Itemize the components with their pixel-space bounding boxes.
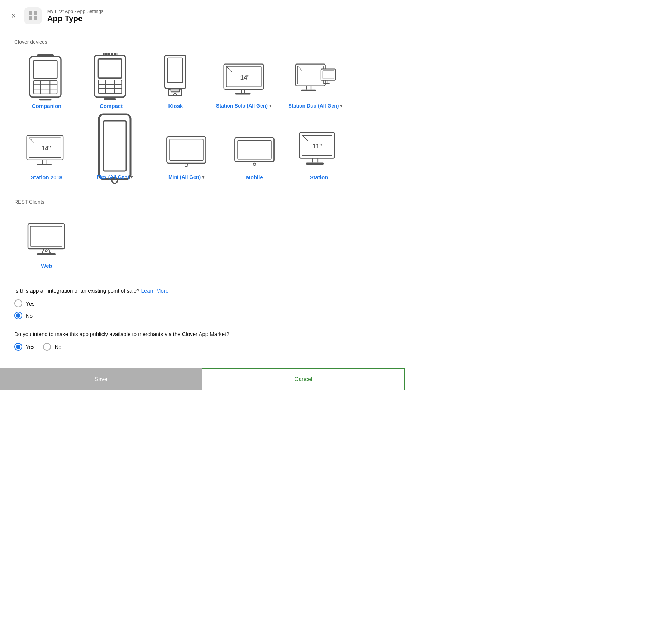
question1-text: Is this app an integration of an existin… xyxy=(14,288,391,294)
question1-yes-label: Yes xyxy=(26,300,34,307)
svg-line-80 xyxy=(49,249,50,253)
svg-point-82 xyxy=(45,250,47,252)
main-content: Clover devices xyxy=(0,30,405,368)
question1-no-option[interactable]: No xyxy=(14,312,391,319)
station-solo-label[interactable]: Station Solo (All Gen) ▾ xyxy=(216,103,271,109)
rest-clients-section: REST Clients We xyxy=(14,199,391,276)
svg-rect-60 xyxy=(37,164,52,165)
svg-rect-45 xyxy=(297,66,323,84)
station-duo-icon xyxy=(294,59,337,99)
device-station-solo[interactable]: 14" Station Solo (All Gen) ▾ xyxy=(208,53,280,116)
svg-rect-77 xyxy=(28,224,65,249)
svg-rect-68 xyxy=(238,141,271,159)
question1-radio-group: Yes No xyxy=(14,299,391,319)
device-station-duo[interactable]: Station Duo (All Gen) ▾ xyxy=(280,53,351,116)
device-compact[interactable]: Compact xyxy=(79,53,143,116)
rest-clients-label: REST Clients xyxy=(14,199,391,205)
svg-rect-53 xyxy=(324,83,330,84)
breadcrumb: My First App - App Settings xyxy=(47,9,104,14)
device-station-2018[interactable]: 14" Station 2018 xyxy=(14,125,79,188)
station-duo-dropdown-arrow: ▾ xyxy=(340,103,342,108)
mini-label[interactable]: Mini (All Gen) ▾ xyxy=(168,174,204,180)
svg-rect-64 xyxy=(167,137,206,163)
flex-dropdown-arrow: ▾ xyxy=(130,175,133,180)
compact-label: Compact xyxy=(100,103,123,109)
svg-point-69 xyxy=(253,163,256,166)
svg-line-56 xyxy=(29,138,34,143)
question2-no-radio[interactable] xyxy=(43,343,51,351)
question2-text: Do you intend to make this app publicly … xyxy=(14,331,391,337)
kiosk-icon xyxy=(154,59,197,99)
clover-devices-section: Clover devices xyxy=(14,39,391,188)
svg-line-40 xyxy=(226,66,232,72)
station-icon: 11" xyxy=(297,131,340,170)
compact-icon xyxy=(90,59,133,99)
mini-dropdown-arrow: ▾ xyxy=(202,175,204,180)
svg-rect-25 xyxy=(104,98,116,100)
svg-rect-18 xyxy=(94,55,125,97)
svg-rect-62 xyxy=(103,121,126,171)
mobile-label: Mobile xyxy=(246,174,263,180)
flex-label[interactable]: Flex (All Gen) ▾ xyxy=(97,174,133,180)
svg-rect-65 xyxy=(170,139,203,160)
question2-yes-radio[interactable] xyxy=(14,343,22,351)
web-label: Web xyxy=(41,263,52,269)
device-kiosk[interactable]: Kiosk xyxy=(143,53,208,116)
app-icon xyxy=(24,7,42,24)
question1-yes-radio[interactable] xyxy=(14,299,22,307)
device-web[interactable]: Web xyxy=(14,213,79,276)
station-2018-icon: 14" xyxy=(25,131,68,170)
svg-rect-1 xyxy=(34,11,37,15)
mobile-icon xyxy=(233,131,276,170)
device-station[interactable]: 11" Station xyxy=(287,125,351,188)
companion-icon xyxy=(25,59,68,99)
question1-no-label: No xyxy=(26,313,33,319)
svg-rect-2 xyxy=(29,16,32,20)
header-text: My First App - App Settings App Type xyxy=(47,9,104,23)
svg-rect-0 xyxy=(29,11,32,15)
clover-devices-label: Clover devices xyxy=(14,39,391,45)
header: × My First App - App Settings App Type xyxy=(0,0,405,30)
question2-yes-option[interactable]: Yes xyxy=(14,343,34,351)
question1-block: Is this app an integration of an existin… xyxy=(14,288,391,319)
question2-radio-group: Yes No xyxy=(14,343,391,351)
svg-text:14": 14" xyxy=(240,74,250,81)
flex-icon xyxy=(93,131,136,170)
svg-rect-35 xyxy=(171,89,180,92)
save-button[interactable]: Save xyxy=(0,368,202,390)
station-label: Station xyxy=(310,174,328,180)
station-duo-label[interactable]: Station Duo (All Gen) ▾ xyxy=(289,103,343,109)
svg-rect-49 xyxy=(301,90,316,91)
svg-rect-19 xyxy=(98,59,122,78)
mini-icon xyxy=(165,131,208,170)
svg-rect-4 xyxy=(30,56,61,97)
svg-line-79 xyxy=(42,249,44,253)
device-companion[interactable]: Companion xyxy=(14,53,79,116)
station-solo-icon: 14" xyxy=(222,59,265,99)
svg-rect-11 xyxy=(39,99,51,100)
device-mobile[interactable]: Mobile xyxy=(222,125,287,188)
question2-no-label: No xyxy=(54,344,61,350)
question2-block: Do you intend to make this app publicly … xyxy=(14,331,391,351)
learn-more-link[interactable]: Learn More xyxy=(141,288,169,294)
web-icon xyxy=(25,219,68,259)
svg-rect-20 xyxy=(98,80,122,93)
station-solo-dropdown-arrow: ▾ xyxy=(269,103,271,108)
svg-rect-67 xyxy=(235,138,274,162)
question1-no-radio[interactable] xyxy=(14,312,22,319)
svg-rect-5 xyxy=(34,60,57,79)
svg-text:11": 11" xyxy=(312,143,322,150)
svg-rect-76 xyxy=(306,163,324,165)
svg-line-72 xyxy=(302,136,308,141)
question1-yes-option[interactable]: Yes xyxy=(14,299,391,307)
svg-line-46 xyxy=(297,66,302,70)
svg-rect-78 xyxy=(30,226,62,246)
device-mini[interactable]: Mini (All Gen) ▾ xyxy=(151,125,222,188)
device-grid-row2: 14" Station 2018 xyxy=(14,125,391,188)
close-button[interactable]: × xyxy=(9,10,19,22)
cancel-button[interactable]: Cancel xyxy=(202,368,405,390)
question2-no-option[interactable]: No xyxy=(43,343,61,351)
device-flex[interactable]: Flex (All Gen) ▾ xyxy=(79,125,151,188)
page-title: App Type xyxy=(47,14,104,23)
rest-clients-grid: Web xyxy=(14,213,391,276)
